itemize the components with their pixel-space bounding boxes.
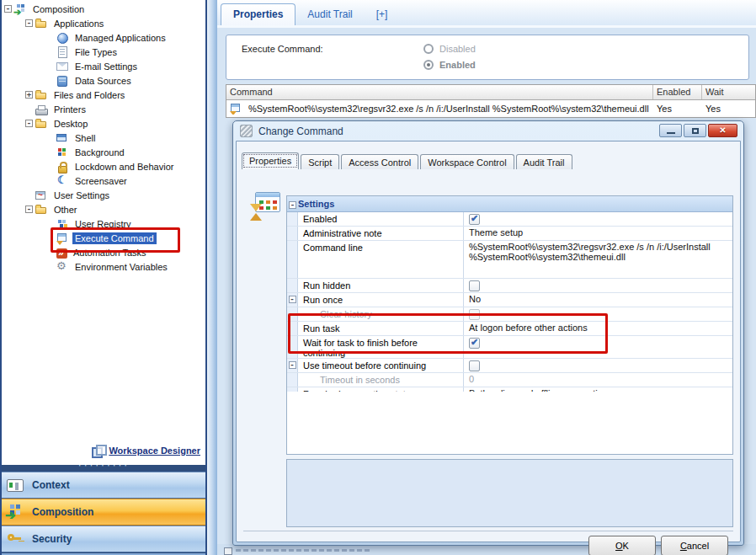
collapse-icon[interactable]: - xyxy=(289,361,296,369)
checkbox[interactable] xyxy=(469,280,480,291)
lock-icon xyxy=(56,161,69,173)
close-button[interactable] xyxy=(708,124,737,137)
radio-icon[interactable] xyxy=(423,60,434,70)
row-command-line[interactable]: Command line %SystemRoot%\system32\regsv… xyxy=(287,241,732,279)
dialog-client-area: Properties Script Access Control Workspa… xyxy=(236,141,741,542)
change-command-icon xyxy=(240,125,253,137)
nav-bar-composition[interactable]: Composition xyxy=(2,499,205,526)
row-clear-history[interactable]: Clear history xyxy=(287,307,732,322)
checkbox[interactable] xyxy=(469,309,480,320)
workspace-designer-link[interactable]: Workspace Designer xyxy=(92,445,200,456)
column-header-enabled[interactable]: Enabled xyxy=(653,85,702,99)
tree-item-printers[interactable]: Printers xyxy=(2,102,205,116)
tree-item-managed-applications[interactable]: Managed Applications xyxy=(2,30,205,45)
hourglass-icon xyxy=(250,204,262,221)
checkbox[interactable] xyxy=(469,360,480,371)
tree-item-background[interactable]: Background xyxy=(2,145,205,159)
table-row[interactable]: %SystemRoot%\system32\regsvr32.exe /s /n… xyxy=(226,100,755,117)
ok-button[interactable]: OK xyxy=(588,536,656,555)
user-registry-icon xyxy=(56,218,69,230)
file-types-icon xyxy=(56,46,69,58)
dialog-title-bar[interactable]: Change Command xyxy=(240,125,343,137)
row-wait-for-task[interactable]: Wait for task to finish before continuin… xyxy=(287,336,732,359)
panel-splitter[interactable]: ''''''''' xyxy=(2,465,205,472)
expander-icon[interactable]: - xyxy=(4,5,12,13)
execute-command-icon xyxy=(230,103,242,115)
folder-icon xyxy=(35,89,48,101)
id-card-icon xyxy=(7,478,25,493)
tree-item-automation-tasks[interactable]: Automation Tasks xyxy=(2,245,205,259)
cancel-button[interactable]: Cancel xyxy=(661,536,728,555)
data-sources-icon xyxy=(56,75,69,87)
collapse-icon[interactable]: - xyxy=(289,296,296,303)
expander-icon[interactable]: - xyxy=(25,120,33,127)
settings-property-grid: - Settings Enabled Administrative note T… xyxy=(286,195,733,455)
gear-icon xyxy=(56,261,69,273)
tree-item-file-types[interactable]: File Types xyxy=(2,45,205,59)
tab-properties[interactable]: Properties xyxy=(221,3,295,25)
row-run-task[interactable]: Run task At logon before other actions xyxy=(287,322,732,336)
composition-icon xyxy=(14,3,27,15)
row-administrative-note[interactable]: Administrative note Theme setup xyxy=(287,227,732,241)
dialog-title: Change Command xyxy=(258,125,343,137)
column-header-command[interactable]: Command xyxy=(226,85,653,99)
tree-item-data-sources[interactable]: Data Sources xyxy=(2,73,205,88)
tree-item-environment-variables[interactable]: Environment Variables xyxy=(2,259,205,274)
tree-item-screensaver[interactable]: Screensaver xyxy=(2,173,205,188)
row-run-once[interactable]: - Run once No xyxy=(287,293,732,307)
settings-group-header[interactable]: - Settings xyxy=(287,196,732,212)
tree-item-email-settings[interactable]: E-mail Settings xyxy=(2,59,205,73)
grid-empty-area xyxy=(287,392,732,454)
radio-enabled[interactable]: Enabled xyxy=(423,56,476,72)
dialog-tab-properties[interactable]: Properties xyxy=(242,152,299,169)
edit-caret xyxy=(157,232,163,243)
table-header: Command Enabled Wait xyxy=(226,85,755,100)
maximize-button[interactable] xyxy=(684,124,706,137)
row-enabled[interactable]: Enabled xyxy=(287,212,732,227)
dialog-tab-bar: Properties Script Access Control Workspa… xyxy=(242,152,572,169)
row-run-hidden[interactable]: Run hidden xyxy=(287,279,732,293)
tree-item-files-and-folders[interactable]: +Files and Folders xyxy=(2,88,205,102)
command-table: Command Enabled Wait %SystemRoot%\system… xyxy=(226,84,756,118)
tab-audit-trail[interactable]: Audit Trail xyxy=(295,4,364,25)
tree-item-lockdown-and-behavior[interactable]: Lockdown and Behavior xyxy=(2,159,205,173)
workspace-designer-icon xyxy=(92,445,105,456)
radio-icon[interactable] xyxy=(423,44,434,54)
row-timeout-seconds[interactable]: Timeout in seconds 0 xyxy=(287,373,732,387)
change-command-dialog: Change Command Properties Script Access … xyxy=(232,120,744,546)
tree-item-user-registry[interactable]: User Registry xyxy=(2,216,205,231)
printer-icon xyxy=(35,104,48,115)
dialog-tab-access-control[interactable]: Access Control xyxy=(341,154,418,169)
tree-item-shell[interactable]: Shell xyxy=(2,131,205,145)
expander-icon[interactable]: - xyxy=(25,19,33,27)
dialog-tab-workspace-control[interactable]: Workspace Control xyxy=(420,154,514,169)
minimize-button[interactable] xyxy=(659,124,682,137)
radio-disabled[interactable]: Disabled xyxy=(423,40,476,56)
checkbox[interactable] xyxy=(469,214,480,225)
panel-divider[interactable] xyxy=(207,0,217,555)
column-header-wait[interactable]: Wait xyxy=(702,85,754,99)
tree-item-user-settings[interactable]: User Settings xyxy=(2,188,205,202)
tree-item-desktop[interactable]: -Desktop xyxy=(2,116,205,131)
automation-tasks-icon xyxy=(56,248,67,259)
dialog-buttons: OK Cancel xyxy=(588,536,728,555)
checkbox[interactable] xyxy=(469,338,480,349)
tree-item-other[interactable]: -Other xyxy=(2,202,205,216)
composition-tree: -Composition -Applications Managed Appli… xyxy=(2,2,205,274)
tree-item-execute-command[interactable]: Execute Command xyxy=(2,231,205,245)
row-use-timeout[interactable]: - Use timeout before continuing xyxy=(287,359,732,373)
execute-command-groupbox: Execute Command: Disabled Enabled xyxy=(226,35,749,80)
dialog-tab-script[interactable]: Script xyxy=(301,154,339,169)
partial-checkbox xyxy=(224,547,232,555)
user-settings-icon xyxy=(35,189,48,201)
tab-add[interactable]: [+] xyxy=(365,4,400,25)
dialog-tab-audit-trail[interactable]: Audit Trail xyxy=(516,154,572,169)
collapse-icon[interactable]: - xyxy=(289,201,296,209)
key-icon xyxy=(7,531,25,547)
tree-item-applications[interactable]: -Applications xyxy=(2,16,205,30)
expander-icon[interactable]: - xyxy=(25,205,33,213)
nav-bar-security[interactable]: Security xyxy=(2,526,205,552)
nav-bar-context[interactable]: Context xyxy=(2,472,205,499)
tree-item-composition[interactable]: -Composition xyxy=(2,2,205,16)
expander-icon[interactable]: + xyxy=(25,91,33,99)
